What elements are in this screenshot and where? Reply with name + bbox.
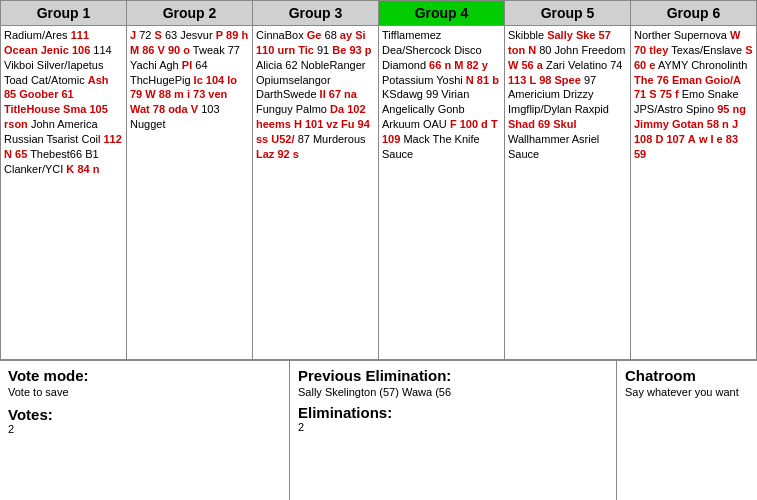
list-item: 70	[634, 44, 646, 56]
elim-value: 2	[298, 421, 608, 433]
list-item: 77	[228, 44, 240, 56]
list-item: 114	[93, 44, 111, 56]
list-item: 74	[610, 59, 622, 71]
list-item: M	[130, 44, 139, 56]
list-item: 106	[72, 44, 90, 56]
bottom-section: Vote mode: Vote to save Votes: 2 Previou…	[0, 360, 757, 500]
list-item: Silver/Iapetus	[37, 59, 104, 71]
bottom-left: Vote mode: Vote to save Votes: 2	[0, 361, 290, 500]
list-item: Cat/Atomic	[31, 74, 85, 86]
list-item: 113	[508, 74, 526, 86]
list-item: V	[191, 103, 198, 115]
list-item: 98	[539, 74, 551, 86]
list-item: Skul	[553, 118, 576, 130]
list-item: I e	[711, 133, 723, 145]
list-item: 73	[193, 88, 205, 100]
list-item: tley	[649, 44, 668, 56]
list-item: 71	[634, 88, 646, 100]
group-col-group1: Group 1Radium/Ares 111 Ocean Jenic 106 1…	[1, 1, 127, 359]
list-item: Sma	[63, 103, 86, 115]
list-item: Texas/Enslave	[671, 44, 742, 56]
list-item: Dea/Shercock	[382, 44, 451, 56]
group-content-group1: Radium/Ares 111 Ocean Jenic 106 114 Vikb…	[1, 26, 126, 178]
list-item: rson	[4, 118, 28, 130]
list-item: Pl	[182, 59, 192, 71]
list-item: 103	[201, 103, 219, 115]
list-item: Chronolinth	[691, 59, 747, 71]
list-item: Il	[320, 88, 326, 100]
list-item: Russian Tsarist	[4, 133, 78, 145]
list-item: Funguy	[256, 103, 293, 115]
list-item: 107	[666, 133, 684, 145]
list-item: Imgflip/Dylan	[508, 103, 572, 115]
list-item: John America	[31, 118, 98, 130]
list-item: 79	[130, 88, 142, 100]
list-item: Sauce	[382, 148, 413, 160]
prev-elim-label: Previous Elimination:	[298, 367, 608, 384]
list-item: J	[732, 118, 738, 130]
group-header-group2: Group 2	[127, 1, 252, 26]
list-item: o	[183, 44, 190, 56]
list-item: heems	[256, 118, 291, 130]
list-item: JPS/Astro Spino	[634, 103, 714, 115]
prev-elim-value: Sally Skelington (57) Wawa (56	[298, 386, 608, 398]
list-item: Wallhammer	[508, 133, 569, 145]
list-item: f	[675, 88, 679, 100]
list-item: A	[688, 133, 696, 145]
list-item: 93	[349, 44, 361, 56]
group-header-group5: Group 5	[505, 1, 630, 26]
list-item: Si	[355, 29, 365, 41]
list-item: n	[93, 163, 100, 175]
list-item: M	[454, 59, 463, 71]
group-col-group2: Group 2J 72 S 63 Jesvur P 89 h M 86 V 90…	[127, 1, 253, 359]
list-item: 63	[165, 29, 177, 41]
list-item: Diamond	[382, 59, 426, 71]
list-item: 56	[521, 59, 533, 71]
list-item: 60	[634, 59, 646, 71]
elim-label: Eliminations:	[298, 404, 608, 421]
list-item: J	[130, 29, 136, 41]
list-item: Ge	[307, 29, 322, 41]
list-item: Vikboi	[4, 59, 34, 71]
group-content-group6: Norther Supernova W 70 tley Texas/Enslav…	[631, 26, 756, 164]
list-item: Gonb	[438, 103, 465, 115]
chatroom-label: Chatroom	[625, 367, 749, 384]
list-item: Jenic	[41, 44, 69, 56]
list-item: Raxpid	[575, 103, 609, 115]
group-col-group5: Group 5Skibble Sally Ske 57 ton N 80 Joh…	[505, 1, 631, 359]
list-item: 81	[477, 74, 489, 86]
list-item: Eman	[672, 74, 702, 86]
list-item: Coil	[81, 133, 100, 145]
group-content-group2: J 72 S 63 Jesvur P 89 h M 86 V 90 o Twea…	[127, 26, 252, 134]
list-item: W	[730, 29, 740, 41]
list-item: Toad	[4, 74, 28, 86]
list-item: John Freedom	[555, 44, 626, 56]
list-item: W	[145, 88, 155, 100]
list-item: 65	[15, 148, 27, 160]
list-item: Alicia	[256, 59, 282, 71]
group-col-group6: Group 6Norther Supernova W 70 tley Texas…	[631, 1, 756, 359]
list-item: Palmo	[296, 103, 327, 115]
list-item: Laz	[256, 148, 274, 160]
list-item: p	[365, 44, 372, 56]
list-item: 110	[256, 44, 274, 56]
list-item: T	[491, 118, 498, 130]
list-item: 58	[707, 118, 719, 130]
list-item: Goio/A	[705, 74, 741, 86]
group-col-group3: Group 3CinnaBox Ge 68 ay Si 110 urn Tic …	[253, 1, 379, 359]
list-item: Agh	[159, 59, 179, 71]
list-item: 92	[277, 148, 289, 160]
list-item: K	[66, 163, 74, 175]
list-item: n	[722, 118, 729, 130]
list-item: OAU	[423, 118, 447, 130]
list-item: Mack The Knife	[403, 133, 479, 145]
list-item: Tweak	[193, 44, 225, 56]
group-header-group4: Group 4	[379, 1, 504, 26]
list-item: ThcHugePig	[130, 74, 191, 86]
list-item: ven	[208, 88, 227, 100]
list-item: Arkuum	[382, 118, 420, 130]
list-item: 68	[325, 29, 337, 41]
list-item: Potassium	[382, 74, 433, 86]
main-container: Group 1Radium/Ares 111 Ocean Jenic 106 1…	[0, 0, 757, 500]
list-item: 61	[62, 88, 74, 100]
